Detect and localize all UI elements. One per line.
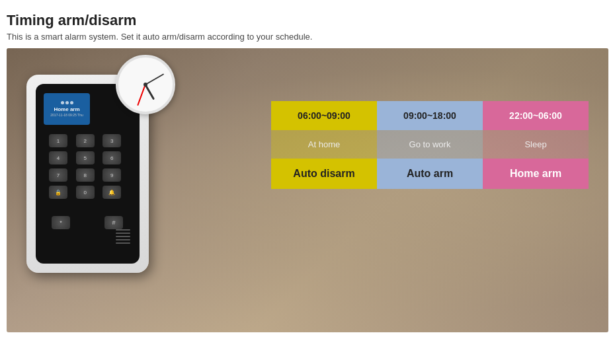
clock-center — [144, 83, 147, 87]
screen-label: Home arm — [54, 106, 79, 112]
key-bell: 🔔 — [102, 186, 121, 199]
key-lock: 🔒 — [49, 186, 67, 199]
key-1: 1 — [49, 134, 67, 147]
page-title: Timing arm/disarm — [7, 12, 608, 29]
time-cell-3: 22:00~06:00 — [483, 101, 589, 130]
device-screen: Home arm 2017-11-18 09:25 Thu — [44, 93, 90, 125]
action-cell-2: Auto arm — [377, 159, 483, 189]
page-subtitle: This is a smart alarm system. Set it aut… — [7, 32, 608, 42]
time-cell-1: 06:00~09:00 — [271, 101, 377, 130]
label-cell-1: At home — [271, 130, 377, 159]
label-cell-2: Go to work — [377, 130, 483, 159]
hero-section: Home arm 2017-11-18 09:25 Thu 1 2 3 4 5 … — [7, 48, 608, 332]
key-7: 7 — [49, 168, 67, 182]
key-0: 0 — [76, 186, 95, 199]
wall-clock — [116, 55, 175, 114]
label-row: At home Go to work Sleep — [271, 130, 589, 159]
key-3: 3 — [102, 134, 121, 147]
screen-date: 2017-11-18 09:25 Thu — [50, 113, 83, 117]
key-4: 4 — [49, 151, 67, 164]
action-cell-1: Auto disarm — [271, 159, 377, 189]
key-5: 5 — [76, 151, 95, 164]
time-row: 06:00~09:00 09:00~18:00 22:00~06:00 — [271, 101, 589, 130]
key-8: 8 — [76, 168, 95, 182]
key-9: 9 — [102, 168, 121, 182]
key-star: * — [52, 216, 70, 229]
key-hash: # — [104, 216, 123, 229]
key-6: 6 — [102, 151, 121, 164]
speaker-grille — [116, 229, 130, 244]
time-cell-2: 09:00~18:00 — [377, 101, 483, 130]
keypad-grid: 1 2 3 4 5 6 7 8 9 🔒 0 🔔 — [46, 131, 128, 201]
keypad-bottom: * # — [46, 216, 128, 229]
clock-minute-hand — [145, 73, 165, 85]
schedule-table: 06:00~09:00 09:00~18:00 22:00~06:00 At h… — [271, 101, 589, 189]
action-row: Auto disarm Auto arm Home arm — [271, 159, 589, 189]
clock-hour-hand — [145, 84, 155, 100]
clock-second-hand — [138, 85, 146, 106]
key-2: 2 — [76, 134, 95, 147]
action-cell-3: Home arm — [483, 159, 589, 189]
label-cell-3: Sleep — [483, 130, 589, 159]
